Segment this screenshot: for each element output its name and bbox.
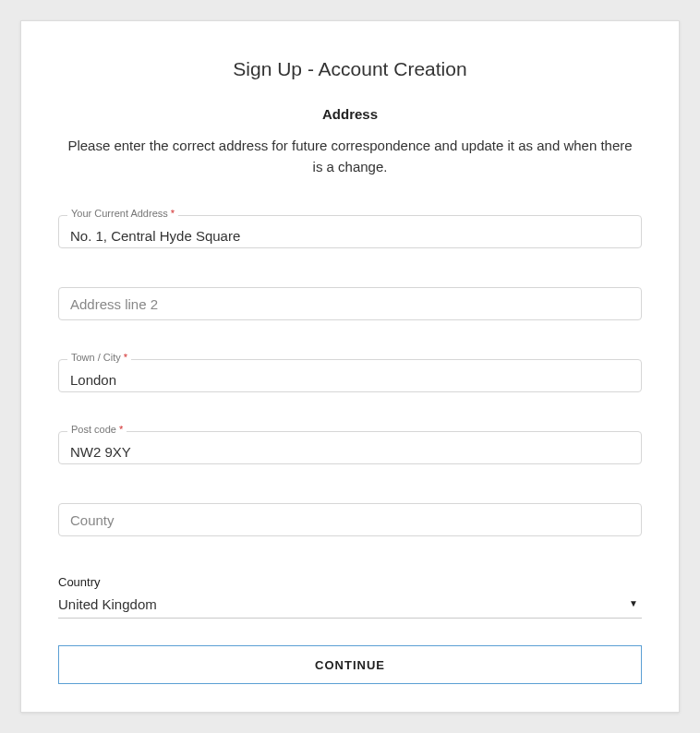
address-line-1-field: Your Current Address * bbox=[58, 215, 642, 248]
town-city-input[interactable] bbox=[58, 359, 642, 392]
continue-button[interactable]: CONTINUE bbox=[58, 645, 642, 684]
label-text: Post code bbox=[71, 424, 116, 435]
postcode-field: Post code * bbox=[58, 431, 642, 464]
address-line-2-field bbox=[58, 287, 642, 320]
country-value: United Kingdom bbox=[58, 596, 642, 612]
section-description: Please enter the correct address for fut… bbox=[58, 135, 642, 178]
address-line-1-label: Your Current Address * bbox=[67, 208, 178, 219]
town-city-field: Town / City * bbox=[58, 359, 642, 392]
address-line-2-input[interactable] bbox=[58, 287, 642, 320]
page-title: Sign Up - Account Creation bbox=[58, 58, 642, 80]
town-city-label: Town / City * bbox=[67, 352, 131, 363]
section-heading: Address bbox=[58, 106, 642, 122]
postcode-label: Post code * bbox=[67, 424, 127, 435]
signup-card: Sign Up - Account Creation Address Pleas… bbox=[20, 20, 680, 713]
country-label: Country bbox=[58, 575, 642, 589]
required-marker: * bbox=[119, 424, 123, 435]
required-marker: * bbox=[124, 352, 127, 363]
address-line-1-input[interactable] bbox=[58, 215, 642, 248]
country-field: Country United Kingdom ▼ bbox=[58, 575, 642, 619]
country-select[interactable]: United Kingdom ▼ bbox=[58, 596, 642, 619]
required-marker: * bbox=[171, 208, 175, 219]
label-text: Your Current Address bbox=[71, 208, 168, 219]
county-input[interactable] bbox=[58, 503, 642, 536]
postcode-input[interactable] bbox=[58, 431, 642, 464]
county-field bbox=[58, 503, 642, 536]
label-text: Town / City bbox=[71, 352, 121, 363]
